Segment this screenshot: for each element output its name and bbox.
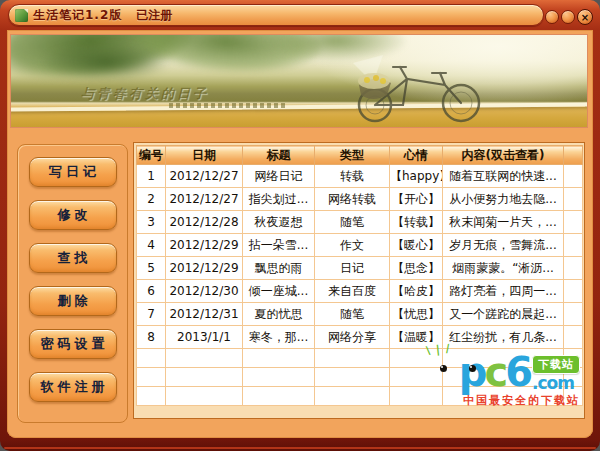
table-cell: 2012/12/29 [166,257,243,280]
table-row[interactable]: 52012/12/29飘思的雨日记【思念】烟雨蒙蒙。“淅沥... [137,257,583,280]
table-cell [564,234,583,257]
column-header[interactable] [564,146,583,165]
table-cell: 随着互联网的快速... [443,165,564,188]
table-cell: 日记 [315,257,390,280]
table-cell [564,165,583,188]
table-cell [564,188,583,211]
table-cell: 从小便努力地去隐... [443,188,564,211]
table-cell: 2012/12/30 [166,280,243,303]
column-header[interactable]: 日期 [166,146,243,165]
pc6-letter-6: 6 [505,353,530,391]
titlebar: 生活笔记1.2版 已注册 × [0,0,600,30]
table-cell: 2012/12/27 [166,188,243,211]
table-cell: 【思念】 [390,257,443,280]
registration-status: 已注册 [136,7,172,24]
table-cell: 烟雨蒙蒙。“淅沥... [443,257,564,280]
pc6-rays-decoration: \ | / [425,342,451,358]
pc6-letter-c: c [484,353,505,391]
table-cell: 岁月无痕，雪舞流... [443,234,564,257]
table-cell: 2012/12/27 [166,165,243,188]
table-cell: 转载 [315,165,390,188]
table-cell: 寒冬，那... [243,326,315,349]
table-cell: 网络分享 [315,326,390,349]
table-cell: 4 [137,234,166,257]
table-header-row: 编号日期标题类型心情内容(双击查看) [137,146,583,165]
pc6-slogan: 中国最安全的下载站 [422,393,580,408]
table-cell: 倾一座城... [243,280,315,303]
column-header[interactable]: 编号 [137,146,166,165]
table-cell: 2012/12/28 [166,211,243,234]
pc6-eye-icon [469,365,476,372]
window-title: 生活笔记1.2版 [33,7,122,24]
table-cell: 【忧思】 [390,303,443,326]
table-row[interactable]: 12012/12/27网络日记转载【happy】随着互联网的快速... [137,165,583,188]
sidebar-button-modify[interactable]: 修改 [29,200,117,230]
maximize-button[interactable] [561,10,575,24]
pc6-watermark: \ | / p c 6 下载站 .com 中国最安全的下载站 [422,353,580,408]
sidebar-button-search[interactable]: 查找 [29,243,117,273]
close-icon: × [581,12,589,23]
sidebar: 写日记修改查找删除密码设置软件注册 [17,144,128,423]
pc6-download-badge: 下载站 [532,355,580,374]
table-cell: 6 [137,280,166,303]
table-cell: 夏的忧思 [243,303,315,326]
column-header[interactable]: 类型 [315,146,390,165]
table-cell: 3 [137,211,166,234]
table-cell: 【开心】 [390,188,443,211]
sidebar-button-delete[interactable]: 删除 [29,286,117,316]
column-header[interactable]: 心情 [390,146,443,165]
table-cell: 8 [137,326,166,349]
table-row[interactable]: 72012/12/31夏的忧思随笔【忧思】又一个蹉跎的晨起... [137,303,583,326]
table-cell: 2 [137,188,166,211]
sidebar-button-write-diary[interactable]: 写日记 [29,157,117,187]
table-cell: 指尖划过... [243,188,315,211]
table-cell: 2013/1/1 [166,326,243,349]
column-header[interactable]: 标题 [243,146,315,165]
table-row[interactable]: 32012/12/28秋夜遐想随笔【转载】秋末闻菊一片天，... [137,211,583,234]
minimize-button[interactable] [545,10,559,24]
close-button[interactable]: × [577,9,593,25]
table-row[interactable]: 42012/12/29拈一朵雪...作文【暖心】岁月无痕，雪舞流... [137,234,583,257]
table-cell: 路灯亮着，四周一... [443,280,564,303]
table-cell: 拈一朵雪... [243,234,315,257]
table-cell: 【暖心】 [390,234,443,257]
table-cell: 【哈皮】 [390,280,443,303]
sidebar-button-software-register[interactable]: 软件注册 [29,372,117,402]
table-cell [564,303,583,326]
diary-table-panel: 编号日期标题类型心情内容(双击查看) 12012/12/27网络日记转载【hap… [133,142,585,419]
table-cell: 【happy】 [390,165,443,188]
table-cell: 7 [137,303,166,326]
table-cell: 飘思的雨 [243,257,315,280]
window-controls: × [545,9,593,25]
table-cell: 作文 [315,234,390,257]
table-cell: 2012/12/29 [166,234,243,257]
table-cell: 网络日记 [243,165,315,188]
table-row[interactable]: 82013/1/1寒冬，那...网络分享【温暖】红尘纷扰，有几条... [137,326,583,349]
pc6-eye-icon [440,365,447,372]
table-cell: 随笔 [315,211,390,234]
banner-image: 与青春有关的日子 [10,34,588,128]
pc6-logo: \ | / p c 6 下载站 .com [422,353,580,391]
column-header[interactable]: 内容(双击查看) [443,146,564,165]
app-window: 生活笔记1.2版 已注册 × [0,0,600,451]
foliage-decoration [41,43,171,81]
table-cell: 秋夜遐想 [243,211,315,234]
table-cell: 随笔 [315,303,390,326]
table-cell: 秋末闻菊一片天，... [443,211,564,234]
table-cell [564,280,583,303]
table-cell: 又一个蹉跎的晨起... [443,303,564,326]
table-cell: 【转载】 [390,211,443,234]
table-row[interactable]: 62012/12/30倾一座城...来自百度【哈皮】路灯亮着，四周一... [137,280,583,303]
table-cell: 来自百度 [315,280,390,303]
window-body: 与青春有关的日子 写日记修改查找删除密码设置软件注册 编号日期标题类型心情内容(… [7,30,593,438]
table-cell: 1 [137,165,166,188]
table-cell: 5 [137,257,166,280]
sidebar-button-password-settings[interactable]: 密码设置 [29,329,117,359]
pc6-dotcom: .com [532,375,574,391]
table-cell [564,211,583,234]
bicycle-icon [323,53,495,125]
banner-subcaption-decoration [169,103,287,108]
title-pill: 生活笔记1.2版 已注册 [8,4,544,26]
table-cell: 2012/12/31 [166,303,243,326]
table-row[interactable]: 22012/12/27指尖划过...网络转载【开心】从小便努力地去隐... [137,188,583,211]
